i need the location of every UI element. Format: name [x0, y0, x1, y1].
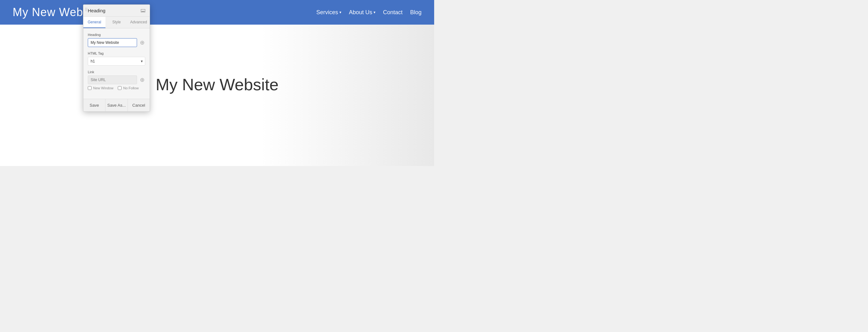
- modal-body: Heading ⊕ HTML Tag h1 h2 h3 h4 h5 h6: [83, 28, 150, 99]
- link-input[interactable]: [88, 75, 137, 84]
- drag-dot: [85, 8, 86, 8]
- drag-dot: [87, 9, 87, 10]
- nav-item-about-us[interactable]: About Us▾: [349, 9, 375, 16]
- link-label: Link: [88, 70, 145, 74]
- save-button[interactable]: Save: [83, 99, 105, 111]
- new-window-checkbox-label[interactable]: New Window: [88, 86, 113, 90]
- nav-item-blog[interactable]: Blog: [410, 9, 422, 16]
- modal-footer: Save Save As... Cancel: [83, 99, 150, 111]
- link-field-row: ⊕: [88, 75, 145, 84]
- chevron-down-icon: ▾: [374, 10, 375, 14]
- site-content: My New Website: [0, 25, 434, 166]
- no-follow-checkbox-label[interactable]: No Follow: [118, 86, 138, 90]
- no-follow-checkbox[interactable]: [118, 86, 122, 90]
- site-header: My New Website Services▾About Us▾Contact…: [0, 0, 434, 25]
- site-heading: My New Website: [156, 75, 278, 94]
- cancel-button[interactable]: Cancel: [128, 99, 150, 111]
- html-tag-field-group: HTML Tag h1 h2 h3 h4 h5 h6 div span p ▾: [88, 52, 145, 66]
- new-window-checkbox[interactable]: [88, 86, 92, 90]
- minimize-icon: [142, 11, 145, 12]
- link-field-group: Link ⊕ New Window No Follow: [88, 70, 145, 90]
- heading-field-group: Heading ⊕: [88, 33, 145, 47]
- drag-dot: [85, 9, 86, 10]
- modal-header: Heading: [83, 5, 150, 17]
- heading-input[interactable]: [88, 38, 137, 47]
- tab-style[interactable]: Style: [105, 17, 128, 28]
- no-follow-label: No Follow: [123, 86, 138, 90]
- html-tag-select[interactable]: h1 h2 h3 h4 h5 h6 div span p: [88, 57, 145, 66]
- link-plus-button[interactable]: ⊕: [139, 77, 145, 83]
- link-options-row: New Window No Follow: [88, 86, 145, 90]
- modal-panel: Heading General Style Advanced Heading ⊕: [83, 4, 150, 112]
- minimize-button[interactable]: [141, 9, 145, 12]
- html-tag-label: HTML Tag: [88, 52, 145, 55]
- drag-dot: [85, 10, 86, 11]
- drag-handle[interactable]: [85, 8, 87, 11]
- chevron-down-icon: ▾: [339, 10, 341, 14]
- site-nav: Services▾About Us▾ContactBlog: [316, 9, 422, 16]
- nav-item-services[interactable]: Services▾: [316, 9, 341, 16]
- html-tag-select-wrapper: h1 h2 h3 h4 h5 h6 div span p ▾: [88, 57, 145, 66]
- modal-tabs: General Style Advanced: [83, 17, 150, 28]
- nav-item-contact[interactable]: Contact: [383, 9, 403, 16]
- heading-label: Heading: [88, 33, 145, 37]
- tab-general[interactable]: General: [83, 17, 105, 28]
- new-window-label: New Window: [93, 86, 113, 90]
- heading-plus-button[interactable]: ⊕: [139, 39, 145, 46]
- modal-title: Heading: [88, 8, 105, 13]
- drag-dot: [87, 8, 87, 8]
- tab-advanced[interactable]: Advanced: [128, 17, 150, 28]
- save-as-button[interactable]: Save As...: [105, 99, 128, 111]
- heading-field-row: ⊕: [88, 38, 145, 47]
- drag-dot: [87, 10, 87, 11]
